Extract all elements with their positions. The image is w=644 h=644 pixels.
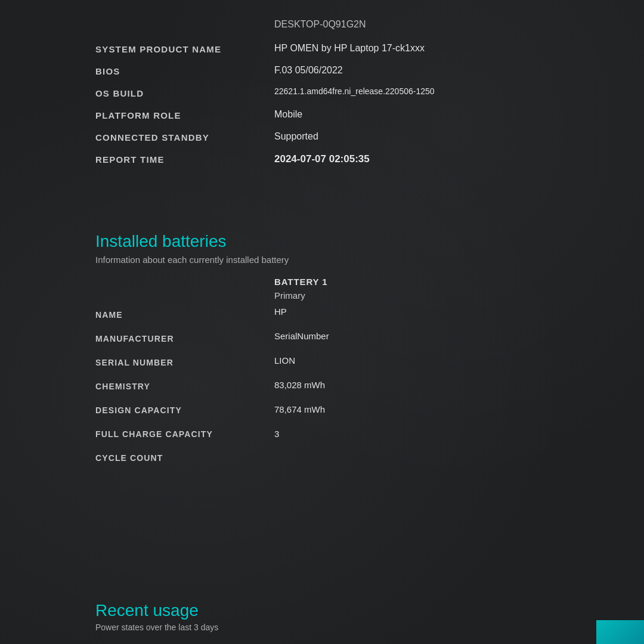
battery-label-manufacturer: MANUFACTURER xyxy=(95,327,274,351)
battery-section-subtitle: Information about each currently install… xyxy=(95,255,549,265)
battery-value-chemistry: 83,028 mWh xyxy=(274,373,549,397)
recent-usage-subtitle: Power states over the last 3 days xyxy=(95,623,549,632)
report-time-value: 2024-07-07 02:05:35 xyxy=(274,152,549,166)
recent-usage-title: Recent usage xyxy=(95,601,549,620)
battery-label-chemistry: CHEMISTRY xyxy=(95,374,274,398)
battery-grid: NAME MANUFACTURER SERIAL NUMBER CHEMISTR… xyxy=(95,277,549,470)
system-info-section: SYSTEM PRODUCT NAME HP OMEN by HP Laptop… xyxy=(95,42,549,166)
bios-row: BIOS F.03 05/06/2022 xyxy=(95,64,549,78)
battery-labels-col: NAME MANUFACTURER SERIAL NUMBER CHEMISTR… xyxy=(95,277,274,470)
desktop-id-value: DESKTOP-0Q91G2N xyxy=(274,18,549,31)
product-name-label: SYSTEM PRODUCT NAME xyxy=(95,42,274,55)
report-time-row: REPORT TIME 2024-07-07 02:05:35 xyxy=(95,152,549,166)
os-build-label: OS BUILD xyxy=(95,86,274,100)
battery-value-cycle-count: 3 xyxy=(274,422,549,446)
product-name-value: HP OMEN by HP Laptop 17-ck1xxx xyxy=(274,42,549,55)
battery-values-col: BATTERY 1 Primary HP SerialNumber LION 8… xyxy=(274,277,549,470)
battery-value-full-charge xyxy=(274,414,549,422)
battery-label-serial: SERIAL NUMBER xyxy=(95,351,274,374)
platform-role-value: Mobile xyxy=(274,108,549,121)
connected-standby-label: CONNECTED STANDBY xyxy=(95,130,274,144)
desktop-id-label xyxy=(95,18,274,19)
connected-standby-value: Supported xyxy=(274,130,549,143)
battery-label-full-charge: FULL CHARGE CAPACITY xyxy=(95,422,274,446)
platform-role-row: PLATFORM ROLE Mobile xyxy=(95,108,549,122)
battery-label-name: NAME xyxy=(95,303,274,327)
bottom-accent-bar xyxy=(596,620,644,644)
os-build-value: 22621.1.amd64fre.ni_release.220506-1250 xyxy=(274,86,549,98)
report-time-label: REPORT TIME xyxy=(95,152,274,166)
battery-value-name: HP xyxy=(274,302,549,324)
os-build-row: OS BUILD 22621.1.amd64fre.ni_release.220… xyxy=(95,86,549,100)
battery-value-serial: LION xyxy=(274,348,549,373)
battery-section-header: Installed batteries Information about ea… xyxy=(95,232,549,265)
bios-label: BIOS xyxy=(95,64,274,78)
platform-role-label: PLATFORM ROLE xyxy=(95,108,274,122)
battery-col-subheader: Primary xyxy=(274,290,549,301)
battery-value-manufacturer: SerialNumber xyxy=(274,324,549,348)
battery-label-design-cap: DESIGN CAPACITY xyxy=(95,398,274,422)
battery-label-cycle-count: CYCLE COUNT xyxy=(95,446,274,470)
recent-usage-section: Recent usage Power states over the last … xyxy=(0,601,644,644)
battery-section-title: Installed batteries xyxy=(95,232,549,251)
connected-standby-row: CONNECTED STANDBY Supported xyxy=(95,130,549,144)
battery-col-header: BATTERY 1 xyxy=(274,277,549,287)
product-name-row: SYSTEM PRODUCT NAME HP OMEN by HP Laptop… xyxy=(95,42,549,55)
bios-value: F.03 05/06/2022 xyxy=(274,64,549,77)
battery-value-design-cap: 78,674 mWh xyxy=(274,397,549,414)
installed-batteries-section: Installed batteries Information about ea… xyxy=(95,232,549,470)
